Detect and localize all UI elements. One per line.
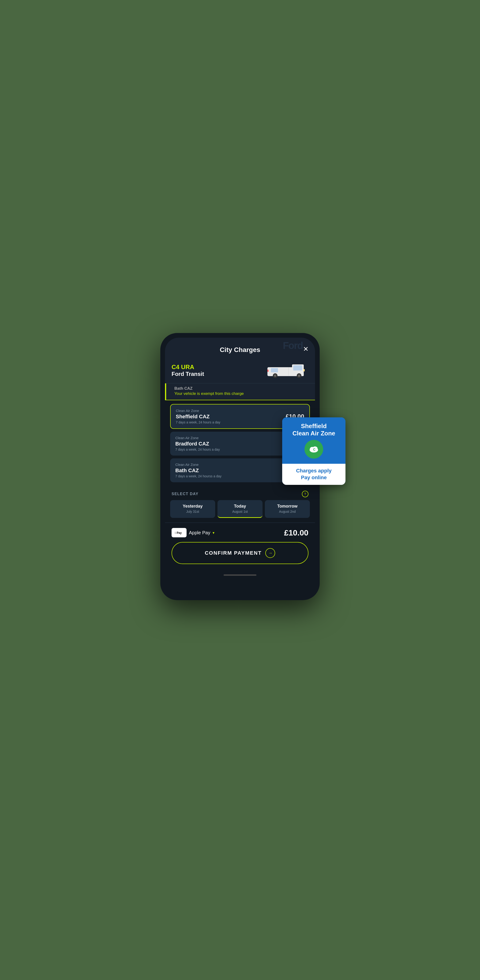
sheffield-badge-bottom: Charges applyPay online [282,464,345,485]
day-date-2: August 2nd [267,510,308,514]
exempt-message: Your vehicle is exempt from this charge [174,391,308,396]
svg-rect-3 [271,368,278,372]
sheffield-badge-top: SheffieldClean Air Zone C [282,417,345,464]
day-today[interactable]: Today August 1st [218,500,262,518]
charge-info-bath: Clean Air Zone Bath CAZ 7 days a week, 2… [175,463,221,478]
home-bar [224,574,256,576]
help-icon[interactable]: ? [302,491,308,497]
charge-name-1: Bradford CAZ [175,441,220,447]
app-header: Ford City Charges ✕ [165,338,315,358]
payment-method-row:  Pay Apple Pay ▾ £10.00 [172,528,308,537]
sheffield-badge: SheffieldClean Air Zone C Charges applyP… [282,417,345,485]
svg-text: Pay:  Pay [175,531,182,535]
clean-air-zone-icon: C [308,443,320,455]
scene: Ford City Charges ✕ C4 URA Ford Transit [135,333,345,600]
payment-amount: £10.00 [284,528,308,537]
app-title: City Charges [220,346,261,354]
exempt-zone-label: Bath CAZ [174,386,308,391]
chevron-down-icon: ▾ [213,531,215,535]
vehicle-bar: C4 URA Ford Transit [165,358,315,383]
charge-info-sheffield: Clean Air Zone Sheffield CAZ 7 days a we… [176,409,220,424]
vehicle-plate: C4 URA [172,363,204,371]
apple-pay-label: Apple Pay [189,530,210,535]
charge-hours-0: 7 days a week, 24 hours a day [176,420,220,424]
charge-info-bradford: Clean Air Zone Bradford CAZ 7 days a wee… [175,436,220,451]
sheffield-icon-wrap: C [304,440,323,458]
sheffield-charges-text: Charges applyPay online [286,468,342,481]
charge-zone-label-2: Clean Air Zone [175,463,221,466]
day-selector: Yesterday July 31st Today August 1st Tom… [165,500,315,523]
charge-zone-label-0: Clean Air Zone [176,409,220,413]
van-icon [266,362,308,379]
close-button[interactable]: ✕ [303,345,308,353]
day-date-1: August 1st [219,510,261,514]
vehicle-info: C4 URA Ford Transit [172,363,204,377]
sheffield-badge-title: SheffieldClean Air Zone [286,423,341,437]
charge-name-0: Sheffield CAZ [176,414,220,420]
apple-pay-logo:  Pay [172,528,187,537]
apple-pay-button[interactable]:  Pay Apple Pay ▾ [172,528,215,537]
charge-name-2: Bath CAZ [175,468,221,474]
confirm-payment-button[interactable]: CONFIRM PAYMENT → [172,542,308,564]
charge-hours-1: 7 days a week, 24 hours a day [175,448,220,451]
day-name-1: Today [219,504,261,509]
svg-rect-10 [267,369,269,372]
day-tomorrow[interactable]: Tomorrow August 2nd [265,500,310,518]
ford-watermark: Ford [283,340,303,351]
exempt-notice: Bath CAZ Your vehicle is exempt from thi… [165,383,315,400]
select-day-label: SELECT DAY [172,492,199,496]
vehicle-image [266,362,308,379]
day-name-2: Tomorrow [267,504,308,509]
confirm-arrow-icon: → [265,548,275,558]
exempt-accent-bar [165,383,166,400]
day-name-0: Yesterday [172,504,213,509]
svg-rect-9 [303,369,305,371]
vehicle-name: Ford Transit [172,371,204,377]
home-indicator [165,569,315,580]
svg-text:C: C [313,448,315,451]
svg-point-7 [298,374,300,377]
select-day-section: SELECT DAY ? [165,486,315,500]
confirm-button-label: CONFIRM PAYMENT [205,550,262,556]
charge-zone-label-1: Clean Air Zone [175,436,220,440]
day-yesterday[interactable]: Yesterday July 31st [170,500,215,518]
svg-point-5 [274,374,277,377]
payment-footer:  Pay Apple Pay ▾ £10.00 CONFIRM PAYMENT… [165,523,315,569]
apple-pay-icon:  Pay [174,530,184,535]
day-date-0: July 31st [172,510,213,514]
svg-rect-2 [293,365,302,371]
charge-hours-2: 7 days a week, 24 hourss a day [175,474,221,478]
